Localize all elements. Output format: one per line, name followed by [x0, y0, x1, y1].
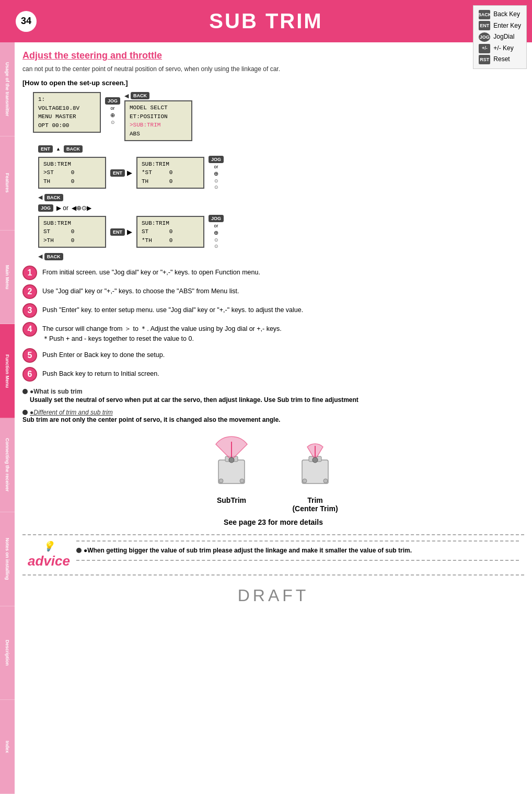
svg-point-9: [313, 457, 318, 463]
step-3: 3 Push "Enter" key. to enter setup menu.…: [22, 303, 524, 318]
sidebar-tab-mainmenu[interactable]: Main Menu: [0, 231, 15, 325]
trim-label: Trim(Center Trim): [292, 496, 338, 513]
svg-point-3: [229, 457, 234, 463]
ent-key-label: Enter Key: [493, 20, 521, 32]
diagram-trim: Trim(Center Trim): [289, 431, 341, 513]
step-6-num: 6: [22, 367, 37, 382]
svg-point-5: [240, 479, 244, 483]
steps: 1 From initial screen. use "Jog dial" ke…: [22, 266, 524, 382]
step-2: 2 Use "Jog dial" key or "+,-" keys. to c…: [22, 284, 524, 299]
lcd-screen4-left: SUB:TRIM ST 0 >TH 0: [38, 216, 106, 248]
back-key-btn-3[interactable]: BACK: [44, 194, 63, 201]
svg-point-4: [219, 479, 223, 483]
advice-text: ●When getting bigger the value of sub tr…: [76, 546, 519, 556]
key-legend-back: BACK Back Key: [479, 9, 521, 20]
lcd-screen1: 1: VOLTAGE10.8V MENU MASTER OPT 00:00: [33, 92, 101, 133]
info-diff: ●Different of trim and sub trim Sub trim…: [22, 409, 524, 423]
jog-key-btn-2[interactable]: JOG: [209, 156, 224, 163]
jog-or-plusminus: JOG ▶ or ◀⊕⊙▶: [38, 204, 524, 212]
main-content: Adjust the steering and throttle can not…: [15, 42, 532, 794]
diagram-subtrim: SubTrim: [205, 431, 258, 513]
step-3-text: Push "Enter" key. to enter setup menu. u…: [42, 303, 303, 315]
jog-key-btn[interactable]: JOG: [105, 97, 120, 105]
sidebar-tab-functionmenu[interactable]: Function Menu: [0, 324, 15, 418]
subtrim-label: SubTrim: [217, 496, 246, 504]
page-title: SUB TRIM: [209, 9, 322, 33]
advice-logo: 💡 advice: [28, 540, 70, 569]
info-diff-title: ●Different of trim and sub trim: [22, 409, 524, 416]
see-page: See page 23 for more details: [22, 518, 524, 526]
lcd-screen2: MODEL SELCT ET:POSITION >SUB:TRIM ABS: [124, 100, 192, 141]
step-4: 4 The cursor will change from ＞ to ＊. Ad…: [22, 322, 524, 344]
page-header: 34 SUB TRIM: [0, 0, 532, 42]
sidebar: Usage of the transmitter Features Main M…: [0, 42, 15, 794]
info-diff-body: Sub trim are not only the center point o…: [22, 416, 524, 423]
key-legend-jog: JOG JogDial: [479, 31, 521, 43]
sidebar-tab-connecting[interactable]: Connecting the receiver: [0, 418, 15, 512]
jog-key-label: JogDial: [493, 31, 514, 43]
back-key-icon: BACK: [479, 10, 490, 19]
svg-point-10: [303, 479, 307, 483]
step-4-text: The cursor will change from ＞ to ＊. Adju…: [42, 322, 282, 344]
how-to-open: [How to open the set-up screen.]: [22, 79, 524, 87]
step-6: 6 Push Back key to return to Initial scr…: [22, 367, 524, 382]
info-what-is: ●What is sub trim Usually set the neutra…: [22, 388, 524, 405]
subtrim-svg: [205, 431, 258, 494]
advice-bulb-icon: 💡: [43, 540, 54, 552]
advice-box: 💡 advice ●When getting bigger the value …: [22, 534, 524, 576]
step-5-text: Push Enter or Back key to done the setup…: [42, 348, 165, 360]
key-legend-ent: ENT Enter Key: [479, 20, 521, 32]
draft-footer: DRAFT: [22, 583, 524, 608]
sidebar-tab-index[interactable]: Index: [0, 700, 15, 794]
ent-key-btn-3[interactable]: ENT: [110, 228, 125, 236]
back-key-btn-4[interactable]: BACK: [44, 253, 63, 260]
step-2-text: Use "Jog dial" key or "+,-" keys. to cho…: [42, 284, 239, 296]
step-1: 1 From initial screen. use "Jog dial" ke…: [22, 266, 524, 280]
step-1-num: 1: [22, 266, 37, 280]
step-1-text: From initial screen. use "Jog dial" key …: [42, 266, 260, 278]
section-heading: Adjust the steering and throttle: [22, 50, 524, 61]
ent-key-btn-2[interactable]: ENT: [110, 169, 125, 177]
info-what-is-body: Usually set the neutral of servo when pu…: [30, 395, 524, 405]
step-4-num: 4: [22, 322, 37, 337]
section-desc: can not put to the center point of neutr…: [22, 65, 524, 73]
info-what-is-title: ●What is sub trim: [22, 388, 524, 395]
page-number: 34: [16, 11, 37, 32]
back-key-label: Back Key: [493, 9, 520, 20]
back-key-btn-2[interactable]: BACK: [64, 145, 83, 153]
svg-point-11: [323, 479, 328, 483]
lcd-screen4-right: SUB:TRIM ST 0 *TH 0: [136, 216, 204, 248]
sidebar-tab-description[interactable]: Description: [0, 606, 15, 700]
back-key-btn-1[interactable]: BACK: [131, 92, 149, 99]
diagram-row: SubTrim Trim(Center Trim): [22, 431, 524, 513]
ent-key-icon: ENT: [479, 21, 490, 30]
step-3-num: 3: [22, 303, 37, 318]
trim-svg: [289, 431, 341, 494]
step-5-num: 5: [22, 348, 37, 363]
screens-container: 1: VOLTAGE10.8V MENU MASTER OPT 00:00 JO…: [33, 92, 524, 260]
sidebar-tab-usage[interactable]: Usage of the transmitter: [0, 42, 15, 136]
step-5: 5 Push Enter or Back key to done the set…: [22, 348, 524, 363]
sidebar-tab-features[interactable]: Features: [0, 136, 15, 231]
step-2-num: 2: [22, 284, 37, 299]
step-6-text: Push Back key to return to Initial scree…: [42, 367, 159, 379]
jog-selector-btn[interactable]: JOG: [38, 204, 53, 212]
lcd-screen3-right: SUB:TRIM *ST 0 TH 0: [136, 157, 204, 189]
jog-key-icon: JOG: [479, 32, 490, 42]
ent-key-btn-1[interactable]: ENT: [38, 145, 53, 153]
lcd-screen3-left: SUB:TRIM >ST 0 TH 0: [38, 157, 106, 189]
jog-key-btn-3[interactable]: JOG: [209, 215, 224, 222]
sidebar-tab-notes[interactable]: Notes on installing: [0, 512, 15, 606]
